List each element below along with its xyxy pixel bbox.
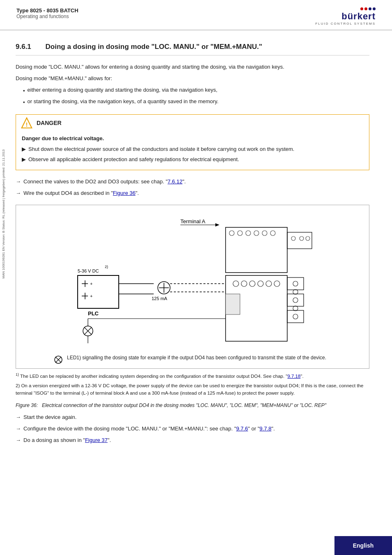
- danger-body: Danger due to electrical voltage. ▶ Shut…: [16, 131, 369, 170]
- footnote-2-text: 2) On a version energized with a 12-36 V…: [16, 383, 363, 395]
- document-subtitle: Operating and functions: [16, 14, 78, 19]
- svg-point-25: [293, 298, 298, 303]
- section-title: Doing a dosing in dosing mode "LOC. MANU…: [46, 43, 263, 51]
- logo-name: bürkert: [341, 11, 376, 22]
- step-configure-text: Configure the device with the dosing mod…: [23, 425, 275, 433]
- step-configure: → Configure the device with the dosing m…: [16, 425, 369, 433]
- svg-text:PLC: PLC: [88, 310, 99, 317]
- figure-area: Terminal A: [16, 205, 369, 369]
- step-start-text: Start the device again.: [23, 413, 76, 421]
- svg-text:2): 2): [105, 265, 108, 269]
- svg-rect-30: [287, 310, 304, 323]
- svg-point-27: [293, 314, 298, 319]
- svg-text:+: +: [90, 281, 92, 286]
- danger-box: ! DANGER Danger due to electrical voltag…: [16, 114, 369, 170]
- danger-header: ! DANGER: [16, 115, 369, 131]
- led-symbol: [54, 355, 63, 364]
- footnote-1-text: 1) The LED can be replaced by another in…: [16, 374, 304, 379]
- svg-point-22: [274, 281, 280, 287]
- svg-point-20: [258, 281, 263, 287]
- bullet-text-2: or starting the dosing, via the navigati…: [28, 97, 219, 106]
- svg-point-19: [249, 281, 255, 287]
- side-margin-text: MAN 1000199281 EN Version: B Status: RL …: [2, 149, 6, 278]
- step-dosing: → Do a dosing as shown in "Figure 37".: [16, 436, 369, 444]
- svg-point-8: [246, 231, 251, 236]
- link-figure36[interactable]: Figure 36: [113, 190, 136, 196]
- paragraph-1: Dosing mode "LOC. MANU." allows for ente…: [16, 63, 369, 71]
- svg-point-23: [293, 281, 298, 286]
- bullet-item-1: ▪ either entering a dosing quantity and …: [23, 86, 369, 95]
- header-left: Type 8025 - 8035 BATCH Operating and fun…: [16, 7, 78, 19]
- svg-point-18: [241, 281, 247, 287]
- svg-point-9: [254, 231, 259, 236]
- svg-rect-29: [287, 294, 304, 306]
- dot1: [360, 7, 363, 10]
- step-1-text: Connect the valves to the DO2 and DO3 ou…: [23, 178, 186, 186]
- svg-text:+: +: [90, 294, 92, 298]
- wiring-svg: Terminal A: [24, 212, 361, 352]
- svg-point-17: [233, 281, 239, 287]
- step-1-arrow: →: [16, 178, 21, 186]
- svg-rect-31: [78, 275, 119, 308]
- footnote-1: 1) The LED can be replaced by another in…: [16, 372, 369, 380]
- step-dosing-text: Do a dosing as shown in "Figure 37".: [23, 436, 111, 444]
- step-start: → Start the device again.: [16, 413, 369, 421]
- danger-text-2: Observe all applicable accident protecti…: [28, 155, 239, 164]
- step-2-text: Wire the output DO4 as described in "Fig…: [23, 189, 139, 197]
- svg-marker-4: [215, 223, 219, 227]
- wiring-diagram: Terminal A: [21, 212, 364, 352]
- burkert-logo: bürkert FLUID CONTROL SYSTEMS: [315, 7, 376, 25]
- bullet-dot-2: ▪: [23, 98, 25, 106]
- svg-point-10: [262, 231, 267, 236]
- link-7612[interactable]: 7.6.12: [168, 178, 182, 185]
- svg-rect-5: [226, 227, 287, 273]
- svg-text:5-36 V DC: 5-36 V DC: [78, 268, 99, 273]
- danger-arrow-1: ▶: [22, 145, 26, 153]
- footnote-2: 2) On a version energized with a 12-36 V…: [16, 382, 369, 397]
- dot2: [364, 7, 367, 10]
- paragraph-2: Dosing mode "MEM.+MANU." allows for:: [16, 74, 369, 83]
- danger-label: DANGER: [37, 120, 62, 126]
- svg-text:Terminal A: Terminal A: [180, 218, 205, 224]
- danger-text-1: Shut down the electrical power source of…: [28, 145, 294, 153]
- figure-caption-text: Electrical connection of the transistor …: [42, 402, 326, 408]
- bullet-list: ▪ either entering a dosing quantity and …: [23, 86, 369, 106]
- footer-language: English: [353, 542, 374, 549]
- svg-text:!: !: [26, 121, 28, 127]
- link-978[interactable]: 9.7.8: [260, 426, 272, 432]
- svg-point-21: [266, 281, 272, 287]
- step-start-arrow: →: [16, 413, 21, 421]
- dot4: [373, 7, 376, 10]
- svg-point-15: [306, 236, 310, 240]
- bullet-item-2: ▪ or starting the dosing, via the naviga…: [23, 97, 369, 106]
- header: Type 8025 - 8035 BATCH Operating and fun…: [0, 0, 392, 30]
- danger-triangle-icon: !: [21, 117, 32, 129]
- section-heading: 9.6.1 Doing a dosing in dosing mode "LOC…: [16, 43, 369, 56]
- side-margin: MAN 1000199281 EN Version: B Status: RL …: [0, 90, 7, 337]
- svg-point-26: [293, 306, 298, 311]
- step-1: → Connect the valves to the DO2 and DO3 …: [16, 178, 369, 186]
- svg-point-24: [293, 289, 298, 294]
- bullet-text-1: either entering a dosing quantity and st…: [28, 86, 218, 95]
- link-9718[interactable]: 9.7.18: [287, 374, 300, 379]
- svg-text:125 mA: 125 mA: [152, 296, 168, 301]
- svg-point-13: [291, 236, 295, 240]
- svg-point-14: [300, 236, 304, 240]
- danger-arrow-2: ▶: [22, 155, 26, 164]
- logo-tagline: FLUID CONTROL SYSTEMS: [315, 22, 376, 25]
- svg-rect-28: [287, 278, 304, 290]
- footnotes: 1) The LED can be replaced by another in…: [16, 372, 369, 397]
- svg-point-7: [238, 231, 242, 236]
- danger-item-1: ▶ Shut down the electrical power source …: [22, 145, 363, 153]
- link-976[interactable]: 9.7.6: [236, 426, 248, 432]
- danger-item-2: ▶ Observe all applicable accident protec…: [22, 155, 363, 164]
- step-dosing-arrow: →: [16, 436, 21, 444]
- section-number: 9.6.1: [16, 43, 31, 51]
- document-title: Type 8025 - 8035 BATCH: [16, 7, 78, 14]
- bullet-dot-1: ▪: [23, 87, 25, 95]
- danger-title: Danger due to electrical voltage.: [22, 134, 363, 143]
- figure-caption: Figure 36: Electrical connection of the …: [16, 402, 369, 408]
- svg-rect-55: [226, 294, 240, 314]
- dot3: [369, 7, 371, 10]
- link-figure37[interactable]: Figure 37: [85, 437, 108, 443]
